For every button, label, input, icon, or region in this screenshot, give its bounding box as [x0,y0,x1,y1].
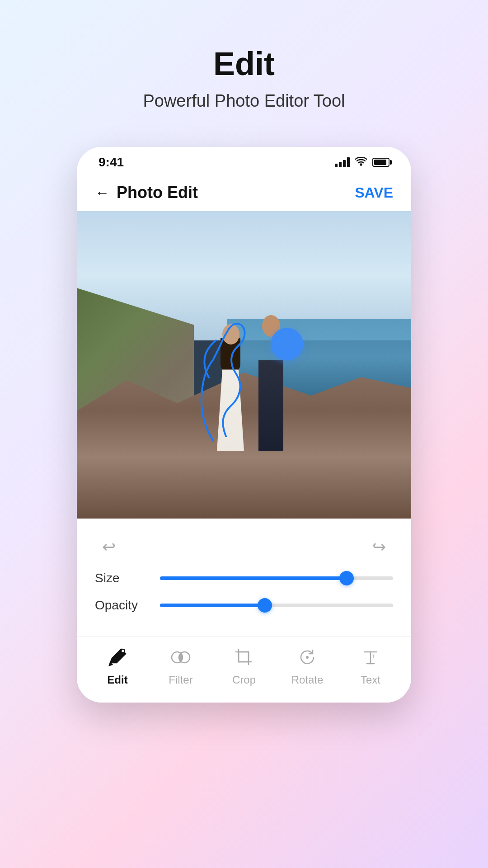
tab-edit[interactable]: Edit [95,646,140,686]
app-header: ← Photo Edit SAVE [77,174,411,211]
photo-scene [77,211,411,519]
tab-crop-label: Crop [232,674,256,686]
controls-area: ↩ ↪ Size Opacity [77,519,411,636]
opacity-slider[interactable] [160,604,393,607]
bottom-toolbar: Edit Filter Crop [77,636,411,703]
back-button[interactable]: ← [95,184,109,201]
edit-icon [106,646,129,669]
signal-icon [335,157,350,167]
photo-canvas[interactable] [77,211,411,519]
header-title: Photo Edit [117,183,198,202]
tab-text-label: Text [361,674,380,686]
header-left: ← Photo Edit [95,183,198,202]
redo-button[interactable]: ↪ [365,534,393,560]
tab-edit-label: Edit [107,674,127,686]
tab-rotate[interactable]: Rotate [285,646,330,686]
size-slider[interactable] [160,576,393,580]
svg-point-1 [121,649,125,653]
svg-point-0 [361,164,362,165]
undo-redo-row: ↩ ↪ [95,529,393,571]
status-time: 9:41 [99,155,124,170]
wifi-icon [355,156,367,169]
svg-text:T: T [372,654,375,659]
size-slider-row: Size [95,571,393,585]
crop-icon [232,646,256,669]
text-icon: T [359,646,382,669]
tab-rotate-label: Rotate [291,674,324,686]
tab-filter[interactable]: Filter [158,646,203,686]
opacity-slider-row: Opacity [95,598,393,613]
page-title: Edit [213,45,275,82]
svg-rect-4 [239,652,249,662]
size-slider-thumb[interactable] [339,571,354,585]
size-label: Size [95,571,149,585]
couple-subject [203,306,294,451]
page-subtitle: Powerful Photo Editor Tool [143,91,345,111]
opacity-label: Opacity [95,598,149,613]
tab-text[interactable]: T Text [348,646,393,686]
save-button[interactable]: SAVE [355,184,393,201]
status-bar: 9:41 [77,147,411,174]
opacity-slider-thumb[interactable] [258,598,272,613]
status-icons [335,156,389,169]
svg-point-5 [306,656,309,659]
filter-icon [169,646,192,669]
phone-mockup: 9:41 ← Photo E [77,147,411,703]
tab-crop[interactable]: Crop [221,646,267,686]
rotate-icon [296,646,319,669]
battery-icon [372,158,389,167]
tab-filter-label: Filter [169,674,192,686]
woman-figure [212,324,251,451]
undo-button[interactable]: ↩ [95,534,123,560]
